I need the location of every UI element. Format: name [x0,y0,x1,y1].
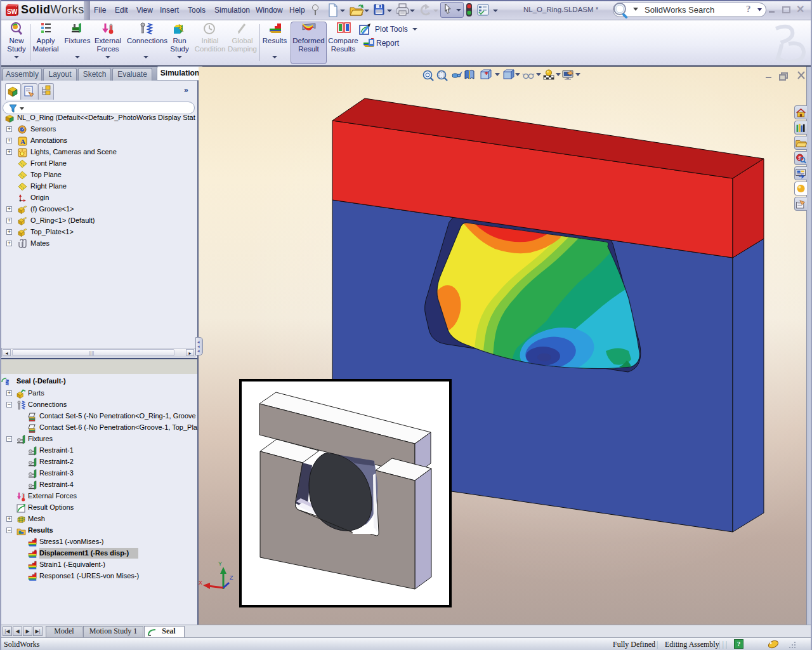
svg-text:A: A [20,138,25,145]
svg-text:Y: Y [218,560,222,567]
svg-text:X: X [199,580,202,586]
svg-text:ε: ε [34,561,37,567]
svg-text:Z: Z [230,574,233,581]
svg-text:SW: SW [7,8,18,15]
svg-text:σ: σ [34,538,37,544]
svg-text:u: u [34,550,37,555]
